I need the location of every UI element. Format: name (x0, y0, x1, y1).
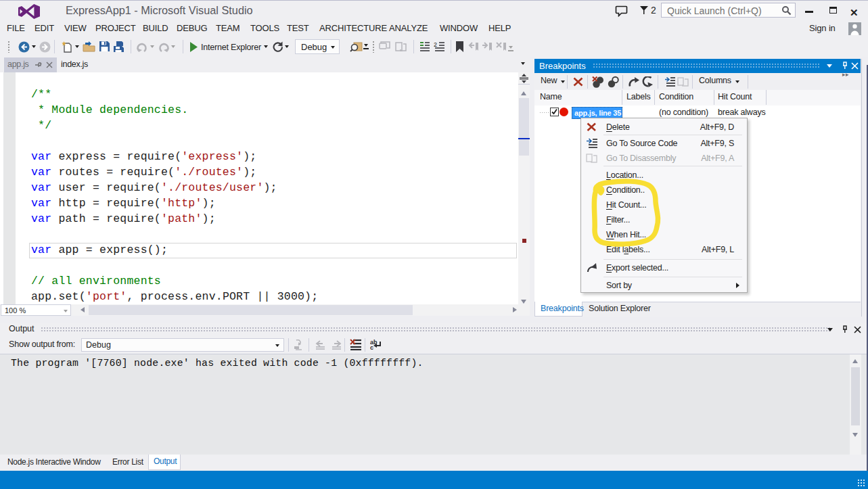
svg-text:2: 2 (434, 41, 437, 48)
svg-text:c: c (370, 344, 373, 350)
